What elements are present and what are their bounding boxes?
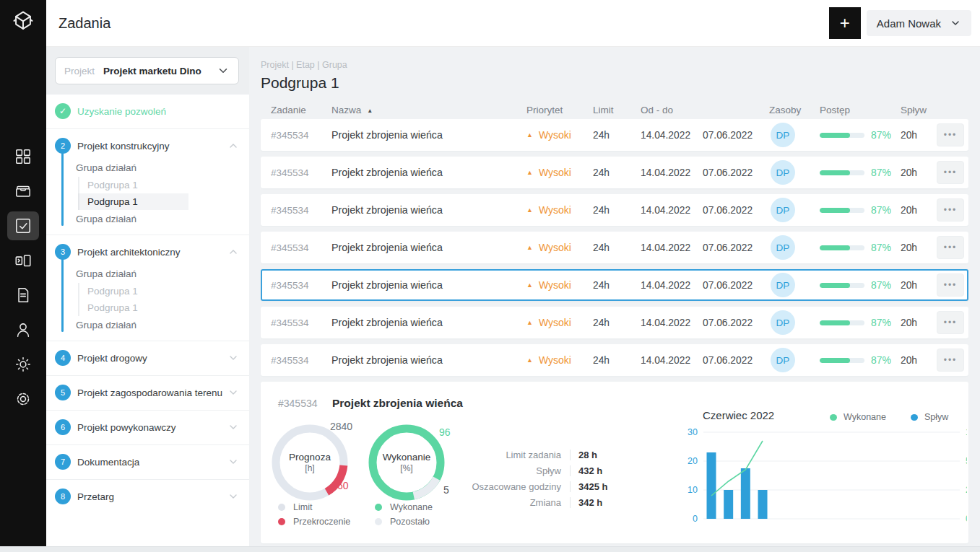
dashboard-icon[interactable] <box>7 142 39 171</box>
task-id: #345534 <box>271 205 331 216</box>
tree-subgroup-selected[interactable]: Podgrupa 1 <box>78 193 188 210</box>
settings-icon[interactable] <box>7 385 39 413</box>
project-select[interactable]: Projekt Projekt marketu Dino <box>55 57 239 84</box>
tree-subgroup[interactable]: Podgrupa 1 <box>78 299 188 316</box>
task-id: #345534 <box>271 280 331 291</box>
progress-bar <box>820 170 864 175</box>
splyw-dot-icon <box>911 414 918 421</box>
task-id: #345534 <box>271 167 331 178</box>
date-from: 14.04.2022 <box>641 167 703 178</box>
col-zadanie[interactable]: Zadanie <box>271 105 331 115</box>
task-row[interactable]: #345534Projekt zbrojenia wieńca▲Wysoki24… <box>261 307 968 338</box>
row-menu-button[interactable]: ••• <box>937 161 964 184</box>
stage-row[interactable]: 2Projekt konstrukcyjny <box>55 135 240 157</box>
task-name: Projekt zbrojenia wieńca <box>331 242 526 253</box>
chevron-down-icon[interactable] <box>227 352 239 364</box>
tasks-icon[interactable] <box>7 211 39 240</box>
right-axis-tick: 25 <box>966 485 967 495</box>
menu-cell: ••• <box>937 123 964 146</box>
col-nazwa[interactable]: Nazwa▲ <box>331 105 526 115</box>
documents-icon[interactable] <box>7 281 39 310</box>
stage-row[interactable]: 4Projekt drogowy <box>55 347 240 369</box>
task-id: #345534 <box>271 242 331 253</box>
tree-group[interactable]: Grupa działań <box>55 210 240 228</box>
stage-row[interactable]: 5Projekt zagospodarowania terenu <box>55 382 240 403</box>
user-menu[interactable]: Adam Nowak <box>867 10 971 36</box>
chevron-down-icon[interactable] <box>227 491 239 502</box>
add-button[interactable]: + <box>829 7 861 39</box>
tree-group[interactable]: Grupa działań <box>55 159 240 177</box>
row-menu-button[interactable]: ••• <box>937 311 964 334</box>
chevron-down-icon[interactable] <box>227 456 239 468</box>
task-row[interactable]: #345534Projekt zbrojenia wieńca▲Wysoki24… <box>261 232 968 263</box>
tree-group[interactable]: Grupa działań <box>55 316 240 334</box>
chevron-up-icon[interactable] <box>227 140 239 152</box>
priority-cell: ▲Wysoki <box>526 204 593 216</box>
tree-subgroup[interactable]: Podgrupa 1 <box>78 283 188 299</box>
stage-number-badge: 8 <box>55 489 71 504</box>
stage-number-badge: 3 <box>55 244 71 260</box>
progress-label: 87% <box>871 354 891 366</box>
resource-avatar: DP <box>771 123 795 147</box>
stage-row[interactable]: 6Projekt powykonawczy <box>55 416 240 438</box>
bottom-scrollbar-track[interactable] <box>0 546 980 552</box>
left-axis-tick: 10 <box>688 485 698 495</box>
priority-high-icon: ▲ <box>526 356 533 364</box>
date-from: 14.04.2022 <box>641 355 703 366</box>
chevron-down-icon[interactable] <box>227 421 239 433</box>
date-to: 07.06.2022 <box>703 130 769 141</box>
resource-cell: DP <box>769 348 820 372</box>
tree-group[interactable]: Grupa działań <box>55 265 240 283</box>
resource-cell: DP <box>769 235 820 260</box>
col-zasoby[interactable]: Zasoby <box>769 105 820 115</box>
priority-label: Wysoki <box>539 317 571 328</box>
priority-high-icon: ▲ <box>526 244 533 251</box>
col-limit[interactable]: Limit <box>593 105 641 115</box>
task-row[interactable]: #345534Projekt zbrojenia wieńca▲Wysoki24… <box>261 157 968 188</box>
stage-row[interactable]: 7Dokumentacja <box>55 451 240 473</box>
splyw-cell: 20h <box>901 355 937 366</box>
projects-icon[interactable] <box>7 177 39 206</box>
detail-task-name: Projekt zbrojenia wieńca <box>332 397 463 410</box>
overrun-value-label: 60 <box>337 480 349 491</box>
menu-cell: ••• <box>937 198 964 222</box>
brightness-icon[interactable] <box>7 350 39 379</box>
progress-bar <box>820 208 864 213</box>
stat-label: Limit zadania <box>461 450 571 460</box>
stage-row[interactable]: ✓Uzyskanie pozwoleń <box>55 100 240 122</box>
row-menu-button[interactable]: ••• <box>937 198 964 222</box>
bar-splyw <box>758 490 768 519</box>
tree-subgroup[interactable]: Podgrupa 1 <box>78 177 188 193</box>
row-menu-button[interactable]: ••• <box>937 236 964 259</box>
splyw-cell: 20h <box>901 317 937 328</box>
row-menu-button[interactable]: ••• <box>937 273 964 297</box>
legend-limit: Limit <box>293 502 312 512</box>
chevron-up-icon[interactable] <box>227 246 239 258</box>
row-menu-button[interactable]: ••• <box>937 349 964 372</box>
col-priorytet[interactable]: Priorytet <box>526 105 593 115</box>
trend-chart-title: Czerwiec 2022 <box>703 409 774 421</box>
col-od-do[interactable]: Od - do <box>641 105 703 115</box>
stage-row[interactable]: 3Projekt architektoniczny <box>55 241 240 263</box>
task-id: #345534 <box>271 355 331 366</box>
resource-cell: DP <box>769 198 820 222</box>
date-from: 14.04.2022 <box>641 317 703 328</box>
task-row[interactable]: #345534Projekt zbrojenia wieńca▲Wysoki24… <box>261 119 968 151</box>
splyw-cell: 20h <box>901 205 937 216</box>
stat-label: Zmiana <box>461 497 571 508</box>
task-row[interactable]: #345534Projekt zbrojenia wieńca▲Wysoki24… <box>261 269 968 301</box>
progress-bar <box>820 245 864 250</box>
col-postep[interactable]: Postęp <box>820 105 901 115</box>
chevron-down-icon[interactable] <box>227 387 239 398</box>
task-row[interactable]: #345534Projekt zbrojenia wieńca▲Wysoki24… <box>261 344 968 376</box>
priority-high-icon: ▲ <box>526 169 533 176</box>
project-select-label: Projekt <box>64 66 95 76</box>
kanban-icon[interactable] <box>7 246 39 275</box>
users-icon[interactable] <box>7 315 39 344</box>
date-to: 07.06.2022 <box>703 242 769 253</box>
col-splyw[interactable]: Spływ <box>901 105 937 115</box>
row-menu-button[interactable]: ••• <box>937 123 964 146</box>
stage-row[interactable]: 8Przetarg <box>55 486 240 507</box>
legend-wykonane: Wykonane <box>844 412 886 422</box>
task-row[interactable]: #345534Projekt zbrojenia wieńca▲Wysoki24… <box>261 194 968 226</box>
